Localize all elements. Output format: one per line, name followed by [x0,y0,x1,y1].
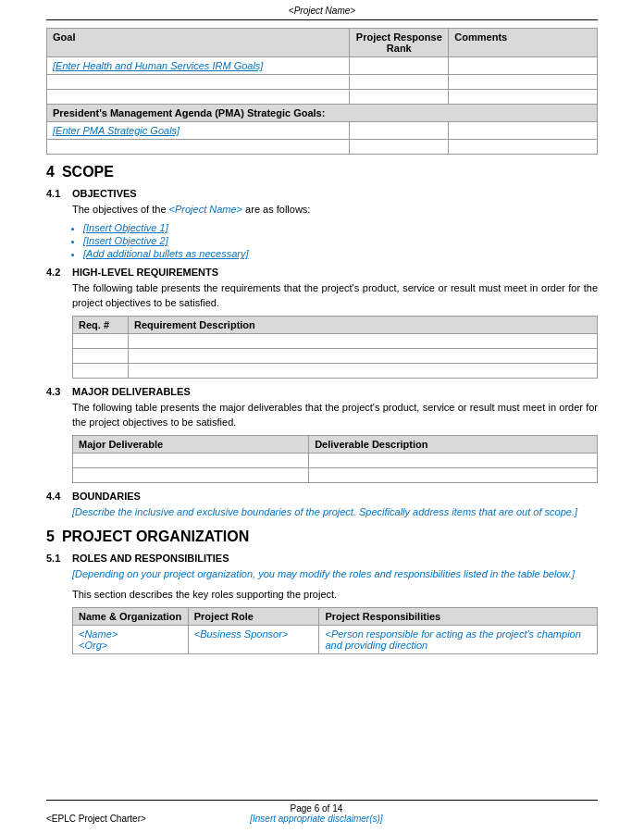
pma-rank [350,122,449,140]
boundaries-text: [Describe the inclusive and exclusive bo… [72,506,577,517]
section44-body: [Describe the inclusive and exclusive bo… [72,505,598,519]
section51-title: ROLES AND RESPONSIBILITIES [72,553,229,564]
list-item: [Insert Objective 2] [83,235,598,246]
pma-header-row: President's Management Agenda (PMA) Stra… [47,105,598,122]
table-row [73,349,598,364]
objectives-text-start: The objectives of the [72,204,169,215]
table-row: <Name> <Org> <Business Sponsor> <Person … [73,626,598,654]
page-footer: <EPLC Project Charter> Page 6 of 14 [Ins… [46,800,598,824]
page-number: Page 6 of 14 [250,803,382,814]
section51-heading: 5.1 ROLES AND RESPONSIBILITIES [46,553,598,564]
name-org-header: Name & Organization [73,608,189,626]
footer-center: Page 6 of 14 [Insert appropriate disclai… [250,803,382,824]
section43-body: The following table presents the major d… [72,401,598,429]
table-row [73,453,598,467]
comments-col-header: Comments [449,29,598,57]
deliverable-col-header: Major Deliverable [73,435,309,453]
table-row [73,364,598,379]
section44-heading: 4.4 BOUNDARIES [46,491,598,502]
req-desc-header: Requirement Description [129,317,598,334]
section44-number: 4.4 [46,491,65,502]
section5-number: 5 [46,528,55,545]
project-name-header: <Project Name> [289,6,355,16]
responsibilities-header: Project Responsibilities [319,608,598,626]
table-row [47,90,598,105]
table-row [73,334,598,349]
project-name-inline: <Project Name> [169,204,242,215]
role-cell: <Business Sponsor> [188,626,319,654]
section51-body: This section describes the key roles sup… [72,588,598,602]
section42-title: HIGH-LEVEL REQUIREMENTS [72,267,218,278]
requirements-table: Req. # Requirement Description [72,316,598,379]
section41-heading: 4.1 OBJECTIVES [46,188,598,199]
table-row [73,467,598,482]
section4-title: SCOPE [62,164,114,180]
table-row: [Enter Health and Human Services IRM Goa… [47,57,598,75]
goals-table: Goal Project Response Rank Comments [Ent… [46,28,598,155]
section44-title: BOUNDARIES [72,491,141,502]
pma-comments [449,122,598,140]
footer-project-name: <EPLC Project Charter> [46,814,146,824]
list-item: [Add additional bullets as necessary] [83,248,598,259]
section4-number: 4 [46,164,55,180]
role-value: <Business Sponsor> [194,628,289,640]
list-item: [Insert Objective 1] [83,222,598,233]
section43-title: MAJOR DELIVERABLES [72,386,191,397]
section43-number: 4.3 [46,386,65,397]
pma-title: President's Management Agenda (PMA) Stra… [47,105,598,122]
table-row: [Enter PMA Strategic Goals] [47,122,598,140]
section42-number: 4.2 [46,267,65,278]
roles-table: Name & Organization Project Role Project… [72,607,598,654]
section51-number: 5.1 [46,553,65,564]
table-row [47,75,598,90]
page-header: <Project Name> [46,0,598,20]
irm-rank [350,57,449,75]
deliverable-desc-header: Deliverable Description [309,435,598,453]
section41-body: The objectives of the <Project Name> are… [72,203,598,217]
req-num-header: Req. # [73,317,129,334]
goal-col-header: Goal [47,29,350,57]
table-row [47,140,598,155]
rank-col-header: Project Response Rank [350,29,449,57]
section5-title: PROJECT ORGANIZATION [62,528,249,545]
irm-comments [449,57,598,75]
role-header: Project Role [188,608,319,626]
name-value: <Name> [79,628,118,640]
irm-goals-link: [Enter Health and Human Services IRM Goa… [47,57,350,75]
footer-left: <EPLC Project Charter> [46,814,146,824]
section51-italic-note: [Depending on your project organization,… [72,567,598,581]
section4-heading: 4 SCOPE [46,164,598,180]
responsibilities-value: <Person responsible for acting as the pr… [325,628,580,651]
deliverables-table: Major Deliverable Deliverable Descriptio… [72,435,598,483]
org-value: <Org> [79,640,107,651]
pma-goals-link: [Enter PMA Strategic Goals] [47,122,350,140]
footer-disclaimer: [Insert appropriate disclaimer(s)] [250,814,382,824]
section5-heading: 5 PROJECT ORGANIZATION [46,528,598,545]
section43-heading: 4.3 MAJOR DELIVERABLES [46,386,598,397]
name-org-cell: <Name> <Org> [73,626,189,654]
responsibilities-cell: <Person responsible for acting as the pr… [319,626,598,654]
roles-italic-note: [Depending on your project organization,… [72,568,575,579]
objectives-text-end: are as follows: [242,204,310,215]
section42-heading: 4.2 HIGH-LEVEL REQUIREMENTS [46,267,598,278]
objectives-list: [Insert Objective 1] [Insert Objective 2… [83,222,598,259]
section42-body: The following table presents the require… [72,281,598,310]
section41-title: OBJECTIVES [72,188,137,199]
section41-number: 4.1 [46,188,65,199]
